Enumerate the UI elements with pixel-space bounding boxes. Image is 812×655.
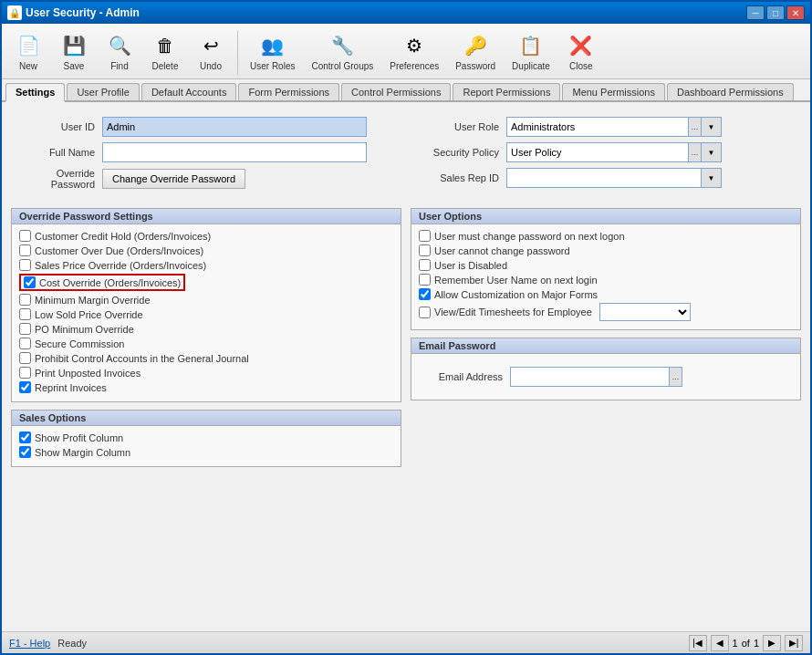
show-margin-checkbox[interactable] <box>19 446 31 458</box>
user-roles-button[interactable]: 👥 User Roles <box>244 27 301 75</box>
email-address-dropdown-wrapper: … <box>510 367 682 387</box>
title-bar: 🔒 User Security - Admin ─ □ ✕ <box>2 2 810 24</box>
cost-override-checkbox[interactable] <box>24 276 36 288</box>
tab-report-permissions[interactable]: Report Permissions <box>453 83 560 100</box>
is-disabled-checkbox[interactable] <box>419 259 431 271</box>
allow-customization-checkbox[interactable] <box>419 288 431 300</box>
override-password-settings-content: Customer Credit Hold (Orders/Invoices) C… <box>12 224 401 401</box>
password-button[interactable]: 🔑 Password <box>449 27 502 75</box>
sales-price-checkbox[interactable] <box>19 259 31 271</box>
prev-page-button[interactable]: ◀ <box>711 635 729 651</box>
cannot-change-password-checkbox[interactable] <box>419 244 431 256</box>
help-link[interactable]: F1 - Help <box>9 638 50 649</box>
first-page-button[interactable]: |◀ <box>689 635 707 651</box>
user-role-ellipsis-button[interactable]: … <box>689 117 702 137</box>
checkbox-over-due: Customer Over Due (Orders/Invoices) <box>19 244 393 256</box>
timesheets-dropdown[interactable] <box>599 303 691 321</box>
save-button[interactable]: 💾 Save <box>53 27 95 75</box>
preferences-button[interactable]: ⚙ Preferences <box>383 27 445 75</box>
of-text: of <box>742 638 750 649</box>
main-window: 🔒 User Security - Admin ─ □ ✕ 📄 New 💾 Sa… <box>0 0 812 655</box>
user-id-label: User ID <box>11 121 102 132</box>
show-profit-checkbox[interactable] <box>19 431 31 443</box>
title-bar-controls: ─ □ ✕ <box>746 5 805 20</box>
checkbox-view-edit-timesheets: View/Edit Timesheets for Employee <box>419 303 793 321</box>
tab-control-permissions[interactable]: Control Permissions <box>341 83 451 100</box>
undo-button[interactable]: ↩ Undo <box>190 27 232 75</box>
close-toolbar-label: Close <box>569 61 593 71</box>
credit-hold-checkbox[interactable] <box>19 230 31 242</box>
minimize-button[interactable]: ─ <box>746 5 765 20</box>
full-name-row: Full Name <box>11 142 397 162</box>
prohibit-control-label: Prohibit Control Accounts in the General… <box>35 353 249 364</box>
duplicate-button[interactable]: 📋 Duplicate <box>505 27 557 75</box>
checkbox-low-sold: Low Sold Price Override <box>19 308 393 320</box>
duplicate-icon: 📋 <box>516 31 546 60</box>
find-icon: 🔍 <box>105 31 134 60</box>
cost-override-label: Cost Override (Orders/Invoices) <box>39 277 181 288</box>
must-change-password-checkbox[interactable] <box>419 230 431 242</box>
override-password-label: Override Password <box>11 168 102 190</box>
po-minimum-checkbox[interactable] <box>19 323 31 335</box>
user-role-dropdown-button[interactable]: ▼ <box>702 117 722 137</box>
tab-form-permissions[interactable]: Form Permissions <box>238 83 339 100</box>
close-toolbar-button[interactable]: ❌ Close <box>560 27 602 75</box>
control-groups-button[interactable]: 🔧 Control Groups <box>305 27 380 75</box>
top-form-right: User Role … ▼ Security Policy … ▼ <box>415 117 801 195</box>
delete-label: Delete <box>152 61 179 71</box>
show-margin-label: Show Margin Column <box>35 447 130 458</box>
security-policy-input[interactable] <box>506 142 689 162</box>
remember-username-checkbox[interactable] <box>419 274 431 286</box>
tab-menu-permissions[interactable]: Menu Permissions <box>562 83 664 100</box>
user-role-dropdown-wrapper: … ▼ <box>506 117 722 137</box>
tab-default-accounts[interactable]: Default Accounts <box>141 83 237 100</box>
preferences-icon: ⚙ <box>400 31 429 60</box>
prohibit-control-checkbox[interactable] <box>19 352 31 364</box>
delete-icon: 🗑 <box>151 31 180 60</box>
toolbar-separator-1 <box>237 31 238 75</box>
new-button[interactable]: 📄 New <box>7 27 49 75</box>
print-unposted-checkbox[interactable] <box>19 367 31 379</box>
low-sold-checkbox[interactable] <box>19 308 31 320</box>
email-address-ellipsis-button[interactable]: … <box>670 367 682 387</box>
title-bar-left: 🔒 User Security - Admin <box>7 5 140 20</box>
find-button[interactable]: 🔍 Find <box>99 27 141 75</box>
sales-rep-id-dropdown-button[interactable]: ▼ <box>702 168 722 188</box>
sales-options-content: Show Profit Column Show Margin Column <box>12 426 401 466</box>
view-edit-timesheets-checkbox[interactable] <box>419 307 431 318</box>
sales-rep-id-input[interactable] <box>506 168 702 188</box>
tab-dashboard-permissions[interactable]: Dashboard Permissions <box>667 83 794 100</box>
password-label: Password <box>455 61 495 71</box>
last-page-button[interactable]: ▶| <box>785 635 803 651</box>
password-icon: 🔑 <box>461 31 490 60</box>
user-roles-icon: 👥 <box>258 31 287 60</box>
minimum-margin-checkbox[interactable] <box>19 294 31 306</box>
security-policy-dropdown-button[interactable]: ▼ <box>702 142 722 162</box>
user-options-content: User must change password on next logon … <box>411 224 800 329</box>
delete-button[interactable]: 🗑 Delete <box>144 27 186 75</box>
top-form: User ID Full Name Override Password Chan… <box>11 111 801 201</box>
over-due-checkbox[interactable] <box>19 244 31 256</box>
tab-user-profile[interactable]: User Profile <box>67 83 139 100</box>
sales-options-group: Sales Options Show Profit Column Show Ma… <box>11 410 401 467</box>
view-edit-timesheets-label: View/Edit Timesheets for Employee <box>434 307 592 317</box>
full-name-input[interactable] <box>102 142 367 162</box>
tab-settings[interactable]: Settings <box>5 83 65 102</box>
checkbox-po-minimum: PO Minimum Override <box>19 323 393 335</box>
user-role-row: User Role … ▼ <box>415 117 801 137</box>
control-groups-icon: 🔧 <box>328 31 357 60</box>
checkbox-show-profit: Show Profit Column <box>19 431 393 443</box>
user-id-input[interactable] <box>102 117 367 137</box>
next-page-button[interactable]: ▶ <box>763 635 781 651</box>
user-role-input[interactable] <box>506 117 689 137</box>
new-label: New <box>19 61 37 71</box>
secure-commission-checkbox[interactable] <box>19 338 31 349</box>
checkbox-is-disabled: User is Disabled <box>419 259 793 271</box>
maximize-button[interactable]: □ <box>766 5 785 20</box>
right-column: User Options User must change password o… <box>411 208 801 474</box>
close-button[interactable]: ✕ <box>786 5 805 20</box>
reprint-invoices-checkbox[interactable] <box>19 381 31 393</box>
email-address-input[interactable] <box>510 367 670 387</box>
security-policy-ellipsis-button[interactable]: … <box>689 142 702 162</box>
change-override-password-button[interactable]: Change Override Password <box>102 169 245 189</box>
